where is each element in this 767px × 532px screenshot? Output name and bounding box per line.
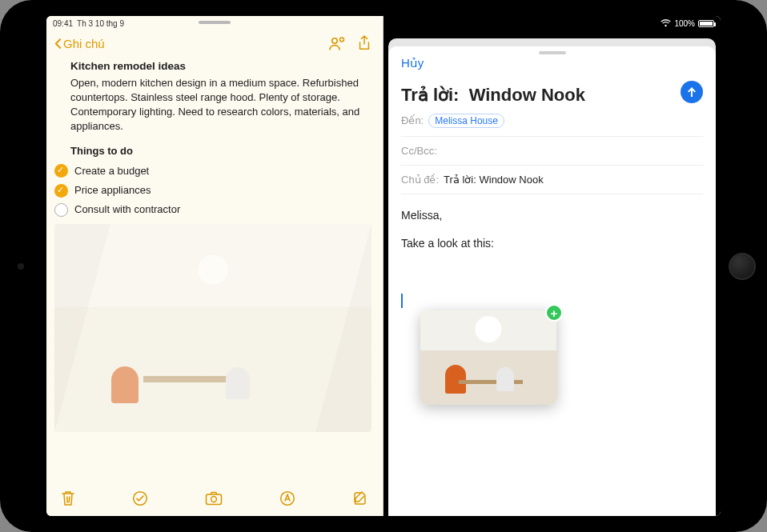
svg-point-0 — [332, 38, 337, 43]
note-attached-image[interactable] — [54, 224, 371, 432]
svg-point-4 — [211, 497, 217, 502]
mail-card-stack: Hủy Trả lời: Window Nook Đến: Melis — [388, 38, 716, 516]
mail-subject-value: Trả lời: Window Nook — [444, 174, 544, 186]
note-title: Kitchen remodel ideas — [70, 59, 371, 74]
checklist-button[interactable] — [132, 490, 148, 506]
todo-label: Consult with contractor — [74, 202, 180, 217]
mail-compose-sheet: Hủy Trả lời: Window Nook Đến: Melis — [388, 46, 716, 516]
status-battery-percent: 100% — [674, 19, 695, 28]
screen: 09:41 Th 3 10 thg 9 100% Ghi chú — [46, 16, 721, 516]
notes-back-label: Ghi chú — [63, 37, 105, 50]
mail-app: Hủy Trả lời: Window Nook Đến: Melis — [384, 16, 721, 516]
mail-subject-title: Window Nook — [469, 85, 585, 105]
mail-to-row[interactable]: Đến: Melissa House — [401, 106, 703, 137]
trash-button[interactable] — [61, 490, 75, 506]
arrow-up-icon — [685, 86, 698, 98]
status-bar-left: 09:41 Th 3 10 thg 9 — [46, 16, 131, 30]
text-cursor — [401, 294, 403, 308]
chevron-left-icon — [54, 38, 62, 50]
svg-point-5 — [281, 492, 295, 506]
todo-check-0[interactable] — [54, 164, 68, 178]
mail-body-line1: Melissa, — [401, 206, 703, 226]
todo-heading: Things to do — [70, 144, 371, 158]
note-description: Open, modern kitchen design in a medium … — [70, 76, 371, 134]
multitask-grabber[interactable] — [199, 21, 231, 24]
status-time: 09:41 — [53, 19, 73, 28]
mail-heading: Trả lời: Window Nook — [401, 85, 585, 106]
markup-button[interactable] — [279, 490, 295, 506]
note-content[interactable]: Kitchen remodel ideas Open, modern kitch… — [46, 59, 383, 432]
todo-item-0[interactable]: Create a budget — [54, 162, 371, 181]
todo-label: Create a budget — [74, 164, 149, 178]
recipient-pill[interactable]: Melissa House — [428, 114, 504, 128]
home-button[interactable] — [729, 253, 756, 280]
front-camera — [18, 263, 24, 270]
status-date: Th 3 10 thg 9 — [77, 19, 124, 28]
notes-back-button[interactable]: Ghi chú — [51, 34, 108, 54]
camera-button[interactable] — [205, 491, 223, 506]
mail-body-editor[interactable]: Melissa, Take a look at this: — [401, 194, 703, 315]
mail-ccbcc-row[interactable]: Cc/Bcc: — [401, 137, 703, 166]
mail-body-line2: Take a look at this: — [401, 234, 703, 254]
todo-check-1[interactable] — [54, 184, 68, 198]
todo-check-2[interactable] — [54, 203, 68, 217]
send-button[interactable] — [681, 81, 703, 103]
wifi-icon — [661, 19, 671, 27]
todo-label: Price appliances — [74, 183, 151, 198]
notes-bottom-toolbar — [46, 481, 383, 516]
todo-item-1[interactable]: Price appliances — [54, 181, 371, 200]
status-bar-right: 100% — [654, 16, 721, 30]
mail-to-label: Đến: — [401, 114, 424, 126]
notes-app: Ghi chú Kitchen remodel ideas Open, mode… — [46, 16, 384, 516]
collaborate-button[interactable] — [328, 35, 346, 51]
dragged-image-preview[interactable]: + — [420, 310, 556, 405]
mail-reply-prefix: Trả lời: — [401, 85, 459, 105]
mail-ccbcc-label: Cc/Bcc: — [401, 145, 437, 157]
mail-subject-label: Chủ đề: — [401, 174, 439, 186]
mail-cancel-button[interactable]: Hủy — [401, 56, 424, 70]
share-button[interactable] — [357, 35, 371, 51]
todo-item-2[interactable]: Consult with contractor — [54, 200, 371, 219]
notes-toolbar: Ghi chú — [46, 27, 383, 59]
mail-subject-row[interactable]: Chủ đề: Trả lời: Window Nook — [401, 166, 703, 194]
add-badge-icon: + — [545, 304, 563, 322]
compose-button[interactable] — [352, 490, 368, 506]
battery-icon — [698, 20, 714, 27]
sheet-grabber[interactable] — [539, 51, 566, 54]
ipad-device-frame: 09:41 Th 3 10 thg 9 100% Ghi chú — [0, 0, 767, 532]
